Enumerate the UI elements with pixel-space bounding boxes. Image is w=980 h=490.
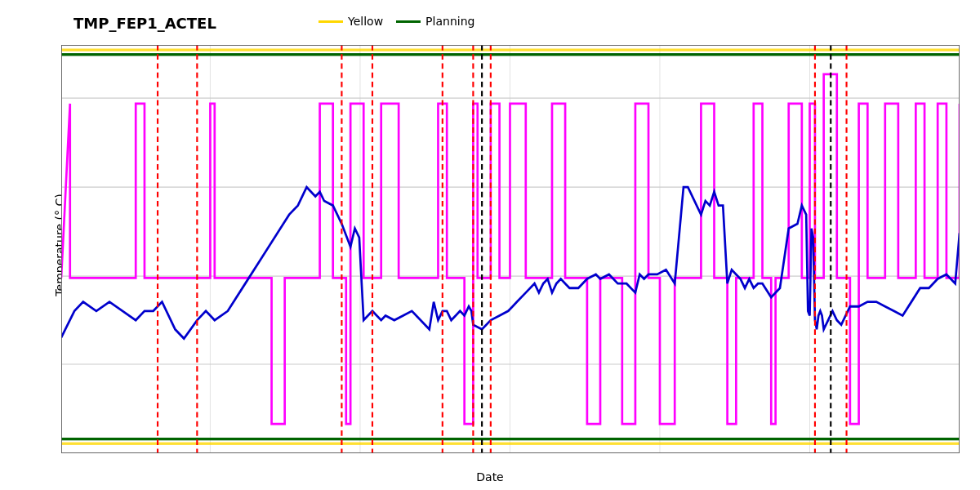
svg-rect-33 <box>61 48 960 51</box>
legend-yellow: Yellow <box>318 15 383 28</box>
legend-planning: Planning <box>396 15 474 28</box>
chart-title: TMP_FEP1_ACTEL <box>74 15 216 32</box>
planning-line-icon <box>396 20 421 23</box>
svg-rect-34 <box>61 443 960 445</box>
chart-container: TMP_FEP1_ACTEL Yellow Planning Temperatu… <box>0 0 980 490</box>
chart-svg: 0 10 20 30 40 40 60 80 100 120 140 160 1… <box>61 45 960 453</box>
yellow-line-icon <box>318 20 343 23</box>
svg-rect-35 <box>61 53 960 56</box>
legend: Yellow Planning <box>318 15 474 28</box>
x-axis-label: Date <box>476 470 503 483</box>
yellow-label: Yellow <box>348 15 383 28</box>
svg-rect-36 <box>61 438 960 440</box>
planning-label: Planning <box>425 15 474 28</box>
